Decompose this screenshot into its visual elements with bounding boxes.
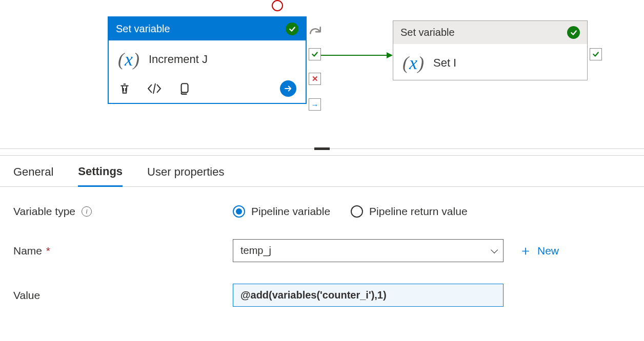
variable-icon: (x) xyxy=(402,52,424,74)
variable-type-radio-group: Pipeline variable Pipeline return value xyxy=(233,205,468,218)
name-select-value: temp_j xyxy=(240,245,271,257)
highlight-circle xyxy=(272,0,283,11)
redo-port-icon[interactable] xyxy=(309,26,322,37)
value-expression-text: @add(variables('counter_i'),1) xyxy=(240,289,387,301)
name-select[interactable]: temp_j xyxy=(233,239,504,262)
required-indicator: * xyxy=(43,245,50,257)
name-label: Name * xyxy=(13,245,233,257)
connector-arrow xyxy=(321,50,393,60)
pipeline-canvas[interactable]: Set variable (x) Increment J xyxy=(0,0,644,148)
radio-circle-icon xyxy=(233,205,245,218)
radio-pipeline-return-value-label: Pipeline return value xyxy=(369,205,467,218)
info-icon[interactable]: i xyxy=(82,206,92,217)
settings-form: Variable type i Pipeline variable Pipeli… xyxy=(0,187,644,307)
tab-user-properties[interactable]: User properties xyxy=(147,165,224,186)
radio-circle-icon xyxy=(351,205,363,218)
activity-set-variable-set-i[interactable]: Set variable (x) Set I xyxy=(393,20,588,80)
radio-pipeline-variable-label: Pipeline variable xyxy=(251,205,330,218)
activity-set-variable-increment-j[interactable]: Set variable (x) Increment J xyxy=(108,16,307,104)
new-link-label: New xyxy=(537,245,559,257)
drag-handle-icon[interactable] xyxy=(314,147,330,150)
run-button[interactable] xyxy=(280,80,296,97)
radio-pipeline-return-value[interactable]: Pipeline return value xyxy=(351,205,467,218)
skip-port-icon[interactable]: → xyxy=(309,98,321,111)
activity-name-label: Increment J xyxy=(149,53,208,66)
activity-type-label: Set variable xyxy=(116,23,170,35)
success-port-icon[interactable] xyxy=(309,48,321,60)
status-success-icon xyxy=(567,26,580,39)
activity-header[interactable]: Set variable xyxy=(393,21,587,44)
activity-type-label: Set variable xyxy=(400,27,455,38)
panel-tabs: General Settings User properties xyxy=(0,156,644,187)
value-expression-input[interactable]: @add(variables('counter_i'),1) xyxy=(233,284,504,307)
panel-resize-handle[interactable] xyxy=(0,148,644,156)
clone-icon[interactable] xyxy=(177,81,191,96)
success-port-icon[interactable] xyxy=(590,48,602,60)
variable-icon: (x) xyxy=(118,49,139,70)
value-label: Value xyxy=(13,289,233,302)
new-variable-link[interactable]: ＋ New xyxy=(519,242,559,260)
code-icon[interactable] xyxy=(147,83,162,94)
activity-toolbar xyxy=(109,76,306,103)
tab-general[interactable]: General xyxy=(13,165,53,186)
plus-icon: ＋ xyxy=(519,242,532,260)
svg-marker-2 xyxy=(387,52,393,58)
tab-settings[interactable]: Settings xyxy=(78,165,123,187)
activity-body: (x) Increment J xyxy=(109,40,306,76)
svg-rect-0 xyxy=(182,83,188,92)
activity-header[interactable]: Set variable xyxy=(109,17,306,40)
radio-pipeline-variable[interactable]: Pipeline variable xyxy=(233,205,330,218)
variable-type-label: Variable type i xyxy=(13,205,233,218)
activity-body: (x) Set I xyxy=(393,44,587,80)
chevron-down-icon xyxy=(491,246,498,253)
failure-port-icon[interactable]: ✕ xyxy=(309,73,321,85)
delete-icon[interactable] xyxy=(118,81,131,96)
activity-name-label: Set I xyxy=(433,56,456,70)
status-success-icon xyxy=(286,23,298,35)
